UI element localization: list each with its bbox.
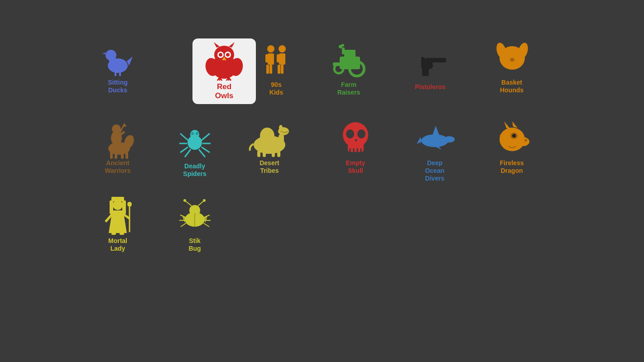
desert-tribes-icon — [251, 121, 288, 157]
ancient-warriors-label: AncientWarriors — [105, 159, 130, 175]
svg-point-71 — [260, 128, 274, 144]
svg-point-90 — [517, 137, 529, 146]
svg-point-78 — [279, 125, 283, 130]
svg-point-68 — [191, 132, 194, 135]
deadly-spiders-label: DeadlySpiders — [183, 162, 206, 178]
svg-marker-10 — [229, 42, 235, 48]
svg-line-63 — [185, 149, 191, 157]
sitting-ducks-label: SittingDucks — [108, 79, 128, 94]
svg-point-82 — [357, 129, 365, 138]
svg-point-92 — [512, 134, 516, 138]
svg-rect-52 — [125, 152, 128, 159]
svg-rect-28 — [277, 54, 279, 62]
team-90s-kids[interactable]: 90sKids — [258, 43, 294, 96]
desert-tribes-label: DesertTribes — [260, 159, 279, 175]
svg-rect-51 — [121, 152, 124, 159]
svg-line-60 — [180, 133, 188, 140]
svg-rect-31 — [344, 50, 356, 59]
90s-kids-label: 90sKids — [269, 81, 283, 96]
svg-marker-9 — [214, 42, 220, 48]
svg-marker-4 — [102, 52, 106, 54]
team-pistoleros[interactable]: Pistoleros — [412, 45, 448, 91]
deep-ocean-divers-icon — [417, 121, 453, 157]
svg-point-111 — [183, 199, 186, 202]
team-red-owls[interactable]: RedOwls — [192, 38, 256, 104]
svg-rect-21 — [269, 65, 272, 74]
farm-raisers-label: FarmRaisers — [337, 81, 360, 96]
svg-point-95 — [524, 139, 527, 142]
svg-rect-29 — [282, 54, 284, 62]
svg-point-36 — [341, 44, 344, 47]
svg-marker-94 — [512, 121, 518, 128]
team-basket-hounds[interactable]: BasketHounds — [494, 41, 530, 94]
svg-rect-49 — [110, 152, 113, 159]
team-mortal-lady[interactable]: MortalLady — [100, 199, 136, 252]
svg-point-69 — [196, 132, 198, 135]
deadly-spiders-icon — [177, 124, 213, 161]
svg-point-24 — [279, 45, 286, 52]
svg-point-112 — [203, 199, 206, 202]
svg-rect-23 — [270, 54, 273, 62]
team-empty-skull[interactable]: EmptySkull — [337, 121, 374, 175]
svg-marker-3 — [127, 57, 133, 66]
svg-point-46 — [510, 58, 514, 62]
basket-hounds-label: BasketHounds — [500, 79, 524, 94]
stik-bug-label: StikBug — [188, 237, 201, 252]
sitting-ducks-icon — [100, 41, 136, 77]
empty-skull-icon — [337, 121, 374, 157]
team-farm-raisers[interactable]: FarmRaisers — [331, 43, 367, 96]
svg-rect-27 — [281, 65, 284, 74]
svg-rect-75 — [263, 151, 266, 157]
svg-line-66 — [202, 147, 210, 152]
svg-rect-105 — [111, 232, 116, 235]
svg-rect-26 — [278, 65, 280, 74]
svg-line-67 — [199, 149, 205, 157]
svg-point-2 — [109, 57, 116, 66]
team-fireless-dragon[interactable]: FirelessDragon — [494, 121, 530, 175]
svg-rect-37 — [333, 62, 341, 66]
90s-kids-icon — [258, 43, 294, 79]
svg-line-64 — [202, 133, 210, 140]
svg-rect-72 — [279, 134, 284, 147]
svg-point-99 — [113, 200, 123, 210]
svg-point-15 — [219, 53, 222, 57]
empty-skull-label: EmptySkull — [346, 159, 365, 175]
pistoleros-icon — [412, 45, 448, 81]
svg-line-118 — [203, 223, 209, 227]
svg-rect-32 — [342, 48, 345, 54]
red-owls-label: RedOwls — [215, 82, 234, 101]
svg-rect-77 — [277, 151, 280, 157]
stik-bug-icon — [177, 199, 213, 235]
svg-rect-106 — [120, 232, 124, 235]
svg-rect-41 — [421, 57, 425, 62]
team-stik-bug[interactable]: StikBug — [177, 199, 213, 252]
svg-line-62 — [180, 147, 188, 152]
pistoleros-label: Pistoleros — [415, 83, 446, 91]
svg-point-88 — [444, 136, 455, 143]
team-sitting-ducks[interactable]: SittingDucks — [100, 41, 136, 94]
fireless-dragon-label: FirelessDragon — [500, 159, 524, 175]
mortal-lady-icon — [100, 199, 136, 235]
ancient-warriors-icon — [100, 121, 136, 157]
svg-line-115 — [181, 223, 186, 227]
team-deadly-spiders[interactable]: DeadlySpiders — [177, 124, 213, 178]
team-ancient-warriors[interactable]: AncientWarriors — [100, 121, 136, 175]
red-owls-card[interactable]: RedOwls — [192, 38, 256, 104]
basket-hounds-icon — [494, 41, 530, 77]
svg-point-16 — [226, 53, 230, 57]
svg-rect-20 — [266, 65, 269, 74]
svg-point-8 — [214, 46, 234, 64]
svg-rect-74 — [257, 151, 260, 157]
svg-point-18 — [267, 45, 274, 52]
svg-rect-5 — [115, 71, 116, 76]
fireless-dragon-icon — [494, 121, 530, 157]
svg-rect-6 — [119, 71, 121, 76]
team-desert-tribes[interactable]: DesertTribes — [251, 121, 288, 175]
svg-rect-50 — [115, 152, 117, 159]
svg-point-81 — [346, 129, 354, 138]
svg-rect-76 — [272, 151, 275, 157]
team-deep-ocean-divers[interactable]: DeepOceanDivers — [417, 121, 453, 182]
red-owls-icon — [202, 42, 247, 81]
svg-rect-22 — [265, 54, 268, 62]
deep-ocean-divers-label: DeepOceanDivers — [425, 159, 445, 182]
